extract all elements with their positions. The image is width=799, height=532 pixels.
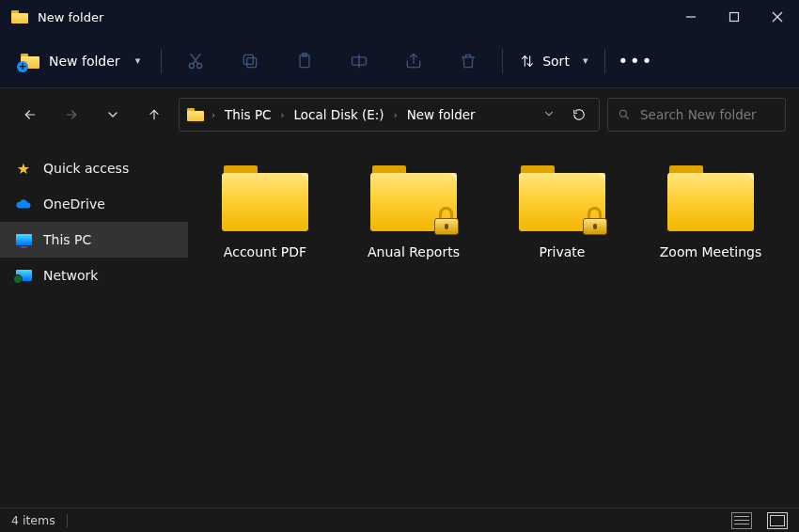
- new-folder-label: New folder: [49, 54, 120, 69]
- folder-item[interactable]: Anual Reports: [344, 160, 483, 265]
- star-icon: ★: [15, 160, 32, 177]
- paste-button[interactable]: [278, 42, 331, 80]
- refresh-button[interactable]: [565, 101, 593, 129]
- breadcrumb-segment[interactable]: Local Disk (E:): [288, 103, 389, 126]
- rename-button[interactable]: [333, 42, 385, 80]
- chevron-right-icon[interactable]: ›: [392, 110, 400, 120]
- search-icon: [618, 108, 631, 121]
- sidebar-item-label: This PC: [43, 232, 91, 247]
- sidebar-item-this-pc[interactable]: This PC: [0, 222, 188, 258]
- folder-item[interactable]: Private: [493, 160, 632, 265]
- search-input[interactable]: Search New folder: [607, 98, 786, 132]
- svg-rect-8: [247, 57, 257, 67]
- sidebar-item-network[interactable]: Network: [0, 258, 188, 293]
- separator: [161, 49, 162, 73]
- chevron-right-icon[interactable]: ›: [278, 110, 286, 120]
- svg-point-5: [197, 63, 202, 68]
- folder-label: Private: [540, 244, 586, 259]
- folder-icon: [187, 108, 204, 121]
- navigation-pane: ★ Quick access OneDrive This PC Network: [0, 141, 188, 508]
- chevron-down-icon: ▾: [583, 55, 588, 67]
- title-bar: New folder: [0, 0, 799, 34]
- separator: [502, 49, 503, 73]
- status-item-count: 4 items: [11, 513, 55, 527]
- address-bar[interactable]: › This PC › Local Disk (E:) › New folder: [179, 98, 600, 132]
- cloud-icon: [15, 196, 32, 212]
- lock-icon: [583, 207, 607, 235]
- folder-icon: [222, 165, 308, 231]
- navigation-bar: › This PC › Local Disk (E:) › New folder…: [0, 88, 799, 141]
- svg-point-15: [619, 110, 626, 117]
- sidebar-item-label: Quick access: [43, 161, 129, 176]
- content-pane[interactable]: Account PDFAnual ReportsPrivateZoom Meet…: [188, 141, 799, 508]
- status-bar: 4 items: [0, 508, 799, 532]
- sidebar-item-label: Network: [43, 268, 98, 283]
- svg-point-4: [190, 63, 195, 68]
- folder-label: Zoom Meetings: [660, 244, 762, 259]
- folder-label: Anual Reports: [368, 244, 460, 259]
- maximize-button[interactable]: [713, 0, 756, 34]
- sidebar-item-label: OneDrive: [43, 196, 105, 211]
- folder-item[interactable]: Account PDF: [196, 160, 335, 265]
- share-button[interactable]: [387, 42, 440, 80]
- sidebar-item-onedrive[interactable]: OneDrive: [0, 186, 188, 222]
- back-button[interactable]: [13, 98, 47, 132]
- folder-icon: [519, 165, 605, 231]
- chevron-right-icon[interactable]: ›: [210, 110, 217, 120]
- delete-button[interactable]: [442, 42, 494, 80]
- folder-grid: Account PDFAnual ReportsPrivateZoom Meet…: [196, 160, 791, 265]
- separator: [67, 514, 68, 527]
- breadcrumb-segment[interactable]: New folder: [401, 103, 481, 126]
- sort-button[interactable]: Sort ▾: [510, 46, 597, 76]
- details-view-button[interactable]: [731, 512, 752, 529]
- recent-locations-button[interactable]: [96, 98, 130, 132]
- toolbar: + New folder ▾ Sort ▾ ••: [0, 34, 799, 88]
- body-area: ★ Quick access OneDrive This PC Network …: [0, 141, 799, 508]
- svg-rect-9: [244, 55, 254, 64]
- forward-button[interactable]: [55, 98, 88, 132]
- minimize-button[interactable]: [669, 0, 713, 34]
- network-icon: [15, 267, 32, 284]
- folder-item[interactable]: Zoom Meetings: [641, 160, 780, 265]
- lock-icon: [434, 207, 459, 235]
- new-folder-button[interactable]: + New folder ▾: [8, 46, 153, 76]
- svg-line-16: [625, 116, 628, 118]
- folder-icon: [11, 10, 28, 23]
- chevron-down-icon: ▾: [135, 55, 141, 67]
- folder-label: Account PDF: [224, 244, 306, 259]
- breadcrumb-segment[interactable]: This PC: [219, 103, 276, 126]
- sidebar-item-quick-access[interactable]: ★ Quick access: [0, 150, 188, 186]
- monitor-icon: [15, 231, 32, 248]
- up-button[interactable]: [137, 98, 171, 132]
- svg-rect-1: [730, 13, 739, 22]
- sort-label: Sort: [542, 54, 570, 69]
- folder-icon: [667, 165, 754, 231]
- copy-button[interactable]: [224, 42, 276, 80]
- icons-view-button[interactable]: [767, 512, 788, 529]
- window-title: New folder: [38, 10, 103, 24]
- new-folder-icon: +: [21, 54, 39, 69]
- search-placeholder: Search New folder: [640, 107, 757, 122]
- more-options-button[interactable]: •••: [613, 42, 658, 80]
- explorer-window: New folder + New folder ▾: [0, 0, 799, 532]
- close-button[interactable]: [756, 0, 799, 34]
- separator: [604, 49, 605, 73]
- address-history-button[interactable]: [535, 102, 563, 128]
- cut-button[interactable]: [169, 42, 222, 80]
- folder-icon: [370, 165, 457, 231]
